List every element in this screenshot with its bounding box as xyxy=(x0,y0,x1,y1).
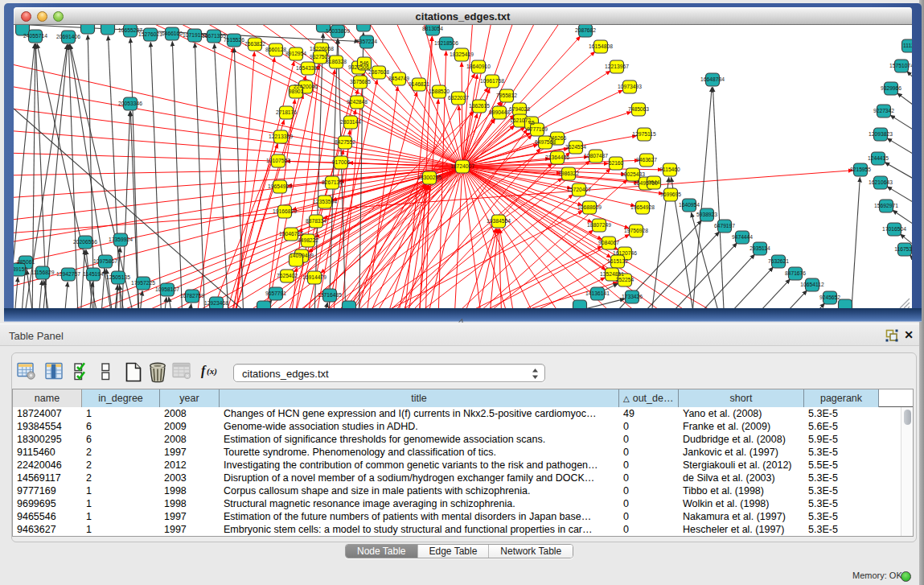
graph-node-label: 18807249 xyxy=(587,222,611,228)
graph-edge[interactable] xyxy=(36,280,42,307)
graph-node-label: 14136141 xyxy=(585,290,610,296)
graph-edge[interactable] xyxy=(193,47,233,307)
table-cell: 2008 xyxy=(160,407,220,420)
table-cell: 2009 xyxy=(160,420,220,433)
column-header-year[interactable]: year xyxy=(160,389,220,407)
graph-edge[interactable] xyxy=(910,255,912,282)
graph-node[interactable] xyxy=(839,299,852,308)
tab-network-table[interactable]: Network Table xyxy=(489,545,573,558)
column-header-pagerank[interactable]: pagerank xyxy=(804,389,879,407)
combo-arrows-icon xyxy=(532,366,539,381)
graph-edge[interactable] xyxy=(776,290,807,308)
table-row[interactable]: 1456911722003Disruption of a novel membe… xyxy=(13,472,901,484)
graph-node-label: 1145194 xyxy=(83,271,104,277)
delete-column-icon[interactable] xyxy=(148,362,167,383)
column-header-label: title xyxy=(411,393,426,404)
table-cell: 18724007 xyxy=(13,407,82,420)
scrollbar-thumb[interactable] xyxy=(904,410,911,425)
table-cell: 0 xyxy=(619,472,679,484)
graph-node-label: 16543382 xyxy=(296,65,320,71)
table-row[interactable]: 2242004622012Investigating the contribut… xyxy=(13,459,901,472)
tab-node-table[interactable]: Node Table xyxy=(346,545,418,558)
graph-node-label: 16154808 xyxy=(589,43,613,49)
graph-edge[interactable] xyxy=(890,115,912,143)
graph-edge[interactable] xyxy=(721,267,774,308)
network-window-titlebar[interactable]: citations_edges.txt xyxy=(14,7,912,25)
graph-node-label: 9115460 xyxy=(659,167,680,172)
select-columns-icon[interactable] xyxy=(45,362,64,380)
table-row[interactable]: 969969511998Structural magnetic resonanc… xyxy=(13,497,901,510)
table-vertical-scrollbar[interactable] xyxy=(901,407,913,537)
table-row[interactable]: 946554611997Estimation of the future num… xyxy=(13,510,901,523)
graph-edge[interactable] xyxy=(169,297,180,307)
graph-edge[interactable] xyxy=(328,39,338,307)
graph-edge[interactable] xyxy=(454,167,462,308)
graph-edge[interactable] xyxy=(32,43,35,307)
column-header-short[interactable]: short xyxy=(679,389,804,407)
table-row[interactable]: 977716911998Corpus callosum shape and si… xyxy=(13,484,901,497)
graph-node-label: 3675685 xyxy=(350,79,371,84)
graph-node-label: 16648784 xyxy=(700,76,725,82)
graph-edge[interactable] xyxy=(172,41,183,307)
table-settings-icon[interactable] xyxy=(17,362,35,380)
graph-edge[interactable] xyxy=(849,177,860,307)
graph-edge[interactable] xyxy=(713,87,725,307)
graph-node-label: 8878334 xyxy=(306,218,326,224)
graph-edge[interactable] xyxy=(14,277,18,307)
graph-edge[interactable] xyxy=(462,167,482,308)
unselect-rows-icon[interactable] xyxy=(101,362,111,381)
function-builder-icon[interactable]: f (x) xyxy=(200,362,223,378)
table-cell: 1 xyxy=(82,497,160,510)
table-cell: 2 xyxy=(82,472,160,484)
graph-edge[interactable] xyxy=(62,282,68,307)
graph-node-label: 12505135 xyxy=(106,274,130,280)
table-panel-titlebar[interactable]: Table Panel ✕ xyxy=(0,323,919,346)
graph-edge[interactable] xyxy=(79,249,84,307)
table-row[interactable]: 1872400712008Changes of HCN gene express… xyxy=(13,407,901,420)
graph-edge[interactable] xyxy=(907,72,912,98)
graph-node[interactable] xyxy=(357,25,371,31)
network-canvas[interactable]: 2405571420691406106552871527602164661601… xyxy=(14,25,912,308)
graph-edge[interactable] xyxy=(560,299,625,307)
table-chooser-select[interactable]: citations_edges.txt xyxy=(233,364,545,382)
graph-edge[interactable] xyxy=(161,297,166,307)
close-panel-icon[interactable]: ✕ xyxy=(902,329,915,342)
table-row[interactable]: 911546021997Tourette syndrome. Phenomeno… xyxy=(13,446,901,459)
select-all-rows-icon[interactable] xyxy=(74,362,90,381)
graph-edge[interactable] xyxy=(887,138,912,167)
graph-node[interactable] xyxy=(573,300,587,308)
table-cell: 1998 xyxy=(160,497,220,510)
graph-node[interactable] xyxy=(343,301,356,308)
graph-node-label: 12923468 xyxy=(204,300,228,306)
graph-node-label: 17957225 xyxy=(131,280,155,286)
column-header-out_de[interactable]: △out_de… xyxy=(619,389,679,407)
table-row[interactable]: 1830029562008Estimation of significance … xyxy=(13,433,901,446)
graph-node-label: 252254 xyxy=(616,277,634,282)
graph-node[interactable] xyxy=(81,25,95,34)
table-cell: 0 xyxy=(619,497,679,510)
column-header-in_degree[interactable]: in_degree xyxy=(82,389,160,407)
tab-edge-table[interactable]: Edge Table xyxy=(418,545,490,558)
graph-node-label: 8454749 xyxy=(388,76,409,81)
graph-edge[interactable] xyxy=(373,163,552,308)
table-row[interactable]: 946362711997Embryonic stem cells: a mode… xyxy=(13,523,901,536)
graph-edge[interactable] xyxy=(749,279,791,308)
graph-node-label: 12942757 xyxy=(56,271,80,277)
graph-edge[interactable] xyxy=(150,42,162,307)
table-cell: 5.3E-5 xyxy=(804,523,879,536)
graph-node[interactable] xyxy=(257,301,271,308)
graph-node-label: 2718176 xyxy=(276,109,297,115)
float-panel-icon[interactable] xyxy=(885,329,898,342)
column-header-name[interactable]: name xyxy=(13,389,82,407)
new-column-icon[interactable] xyxy=(125,362,142,382)
table-row[interactable]: 1938455462009Genome-wide association stu… xyxy=(13,420,901,433)
resize-grip-icon[interactable] xyxy=(897,296,910,309)
graph-edge[interactable] xyxy=(897,93,912,121)
column-header-title[interactable]: title xyxy=(220,389,619,407)
table-cell: 0 xyxy=(619,523,679,536)
graph-edge[interactable] xyxy=(885,163,912,191)
graph-node[interactable] xyxy=(101,25,115,35)
graph-node-label: 9657791 xyxy=(265,290,286,296)
node-table[interactable]: namein_degreeyeartitle△out_de…shortpager… xyxy=(12,389,914,537)
svg-text:f: f xyxy=(201,364,207,378)
